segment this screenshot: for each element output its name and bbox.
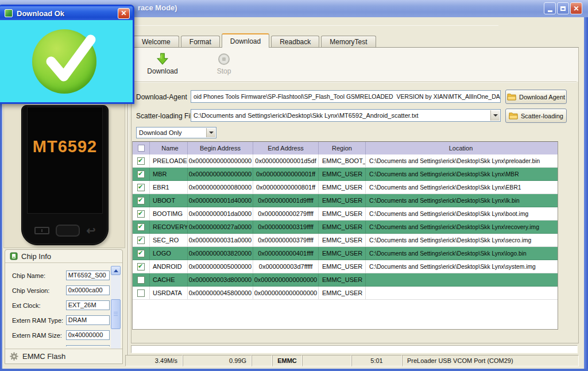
stop-icon	[218, 53, 230, 65]
row-checkbox[interactable]	[137, 237, 145, 244]
header-begin[interactable]: Begin Address	[188, 142, 253, 154]
cell-location: C:\Documents and Settings\erick\Desktop\…	[366, 168, 556, 180]
row-checkbox[interactable]	[137, 289, 145, 297]
scatter-file-label: Scatter-loading File	[136, 112, 195, 120]
stop-button-label: Stop	[217, 67, 231, 75]
chip-info-row-clipped	[12, 345, 110, 346]
close-icon: ✕	[573, 5, 579, 13]
scatter-dropdown-button[interactable]	[490, 110, 500, 121]
chip-field-value[interactable]: 0x0000ca00	[66, 285, 110, 295]
row-checkbox[interactable]	[137, 197, 145, 204]
cell-name: USRDATA	[150, 287, 188, 299]
tab-download[interactable]: Download	[222, 33, 269, 48]
tab-format[interactable]: Format	[181, 36, 220, 48]
table-row[interactable]: EBR1 0x0000000000080000 0x00000000000801…	[133, 181, 558, 194]
scatter-file-combobox[interactable]: C:\Documents and Settings\erick\Desktop\…	[191, 109, 501, 122]
scatter-loading-button[interactable]: Scatter-loading	[505, 109, 567, 123]
status-flash-type: EMMC	[272, 355, 302, 366]
cell-end-address: 0x000000000319ffff	[253, 221, 319, 233]
table-row[interactable]: MBR 0x0000000000000000 0x00000000000001f…	[133, 168, 558, 181]
download-mode-select[interactable]: Download Only	[136, 127, 216, 138]
row-checkbox[interactable]	[137, 157, 145, 165]
chip-info-row: Extern RAM Type: DRAM	[12, 315, 110, 325]
cell-begin-address: 0x0000000000000000	[188, 154, 253, 167]
cell-begin-address: 0x0000000003820000	[188, 247, 253, 260]
table-row[interactable]: USRDATA 0x0000000045800000 0x00000000000…	[133, 287, 558, 300]
row-checkbox[interactable]	[137, 184, 145, 191]
header-region[interactable]: Region	[319, 142, 366, 154]
tab-memorytest[interactable]: MemoryTest	[321, 36, 376, 48]
emmc-flash-section[interactable]: EMMC Flash	[5, 349, 122, 364]
window-border-right	[584, 17, 588, 371]
status-spacer-1	[252, 355, 272, 366]
header-name[interactable]: Name	[150, 142, 188, 154]
row-checkbox[interactable]	[137, 250, 145, 257]
table-row[interactable]: CACHE 0x000000003d800000 0x0000000000000…	[133, 273, 558, 287]
tab-welcome[interactable]: Welcome	[133, 36, 179, 48]
select-all-checkbox[interactable]	[138, 145, 145, 152]
scatter-loading-button-label: Scatter-loading	[521, 113, 563, 119]
tab-label: MemoryTest	[330, 38, 367, 46]
row-checkbox[interactable]	[137, 171, 145, 178]
header-end[interactable]: End Address	[253, 142, 319, 154]
cell-end-address: 0x0000000000000000	[253, 287, 319, 299]
cell-location: C:\Documents and Settings\erick\Desktop\…	[366, 247, 556, 260]
chip-info-header[interactable]: Chip Info	[5, 250, 122, 263]
chip-field-value[interactable]: 0x40000000	[66, 330, 110, 340]
cell-region: EMMC_USER	[319, 287, 366, 299]
chip-field-value[interactable]: MT6592_S00	[66, 270, 110, 280]
dialog-app-icon	[5, 9, 13, 17]
tab-label: Welcome	[142, 38, 171, 46]
dialog-close-button[interactable]: ✕	[118, 8, 130, 19]
partition-table-header: Name Begin Address End Address Region Lo…	[133, 142, 558, 154]
chip-field-label: Ext Clock:	[12, 302, 66, 309]
cell-begin-address: 0x0000000000000000	[188, 168, 253, 180]
dialog-titlebar[interactable]: Download Ok ✕	[0, 6, 133, 20]
cell-location: C:\Documents and Settings\erick\Desktop\…	[366, 207, 556, 220]
phone-home-icon	[56, 225, 80, 237]
chip-icon	[10, 252, 18, 260]
chip-field-value[interactable]: DRAM	[66, 315, 110, 325]
maximize-button[interactable]	[557, 2, 569, 14]
chip-info-fields: Chip Name: MT6592_S00 Chip Version: 0x00…	[5, 264, 110, 346]
stop-button[interactable]: Stop	[210, 53, 238, 75]
tab-readback[interactable]: Readback	[271, 36, 319, 48]
row-checkbox[interactable]	[137, 223, 145, 231]
header-location[interactable]: Location	[366, 142, 556, 154]
chip-field-label: Chip Name:	[12, 272, 66, 279]
table-row[interactable]: RECOVERY 0x00000000027a0000 0x0000000003…	[133, 221, 558, 234]
scroll-up-button[interactable]	[111, 266, 121, 275]
minimize-button[interactable]	[544, 2, 556, 14]
cell-region: EMMC_USER	[319, 273, 366, 286]
chip-info-scrollbar[interactable]	[111, 266, 121, 362]
chip-field-value[interactable]	[66, 345, 110, 346]
download-agent-field[interactable]: oid Phones Tools Firmware\SP-Flashtool\S…	[191, 90, 501, 103]
table-row[interactable]: PRELOADER 0x0000000000000000 0x000000000…	[133, 154, 558, 168]
scrollbar-thumb[interactable]	[111, 299, 121, 329]
cell-location: C:\Documents and Settings\erick\Desktop\…	[366, 234, 556, 246]
table-row[interactable]: LOGO 0x0000000003820000 0x000000000401ff…	[133, 247, 558, 260]
cell-begin-address: 0x00000000027a0000	[188, 221, 253, 233]
download-agent-button[interactable]: Download Agent	[505, 90, 567, 104]
cell-location	[366, 287, 556, 299]
close-button[interactable]: ✕	[570, 2, 582, 14]
main-window-title: race Mode)	[138, 3, 177, 12]
cell-location: C:\Documents and Settings\erick\Desktop\…	[366, 221, 556, 233]
table-row[interactable]: SEC_RO 0x00000000031a0000 0x000000000379…	[133, 234, 558, 247]
phone-image: MT6592 ↩	[21, 105, 109, 245]
row-checkbox[interactable]	[137, 276, 145, 284]
row-checkbox[interactable]	[137, 210, 145, 218]
table-row[interactable]: BOOTIMG 0x0000000001da0000 0x00000000027…	[133, 207, 558, 221]
mode-dropdown-button[interactable]	[206, 128, 215, 137]
row-checkbox[interactable]	[137, 263, 145, 270]
minimize-icon	[548, 10, 552, 12]
chip-field-value[interactable]: EXT_26M	[66, 300, 110, 310]
download-mode-value: Download Only	[139, 129, 182, 136]
table-row[interactable]: ANDROID 0x0000000005000000 0x000000003d7…	[133, 260, 558, 273]
download-button[interactable]: Download	[145, 53, 180, 75]
cell-end-address: 0x0000000001d9ffff	[253, 194, 319, 207]
phone-preview-panel: MT6592 ↩	[3, 101, 125, 248]
partition-table-body: PRELOADER 0x0000000000000000 0x000000000…	[133, 154, 558, 300]
dialog-title: Download Ok	[17, 9, 114, 18]
table-row[interactable]: UBOOT 0x0000000001d40000 0x0000000001d9f…	[133, 194, 558, 207]
